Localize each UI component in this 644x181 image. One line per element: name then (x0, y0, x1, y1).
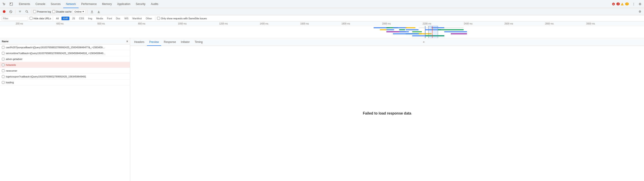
settings-icon[interactable]: ⚙ (637, 9, 643, 14)
throttle-select[interactable]: Online ▾ (73, 10, 86, 14)
cursor-icon[interactable] (1, 1, 7, 7)
table-row[interactable]: servicetime?callback=jQuery1910376588327… (0, 50, 130, 56)
hide-data-urls-checkbox[interactable] (30, 17, 32, 20)
devtools-tab-bar: Elements Console Sources Network Perform… (0, 0, 644, 8)
tab-network[interactable]: Network (63, 0, 78, 8)
tab-elements[interactable]: Elements (16, 0, 33, 8)
tab-response[interactable]: Response (162, 38, 178, 46)
inspect-icon[interactable] (8, 1, 14, 7)
network-toolbar: Preserve log Disable cache Online ▾ ⚙ (0, 8, 644, 15)
disable-cache-label[interactable]: Disable cache (52, 10, 72, 13)
filter-ws-button[interactable]: WS (123, 17, 130, 20)
svg-rect-0 (10, 3, 12, 6)
detail-close-button[interactable]: × (205, 39, 642, 45)
table-row[interactable]: card%20?jsonpcallback=jQuery191037658832… (0, 45, 130, 50)
filter-input[interactable] (1, 16, 28, 21)
detail-panel: Headers Preview Response Initiator Timin… (130, 38, 644, 181)
divider-1 (15, 10, 16, 14)
hide-data-urls-label[interactable]: Hide data URLs (30, 17, 51, 20)
table-row[interactable]: loading (0, 80, 130, 85)
tab-console[interactable]: Console (33, 0, 48, 8)
svg-point-6 (3, 10, 6, 13)
export-button[interactable] (96, 9, 102, 14)
request-name: servicetime?callback=jQuery1910376588327… (6, 52, 105, 55)
chevron-down-icon: ▾ (82, 10, 84, 13)
timeline-bar (406, 27, 415, 28)
table-row[interactable]: newcomer (0, 68, 130, 74)
record-button[interactable] (1, 9, 7, 14)
filter-toggle-button[interactable] (17, 9, 23, 14)
search-button[interactable] (24, 9, 30, 14)
svg-rect-1 (10, 3, 11, 4)
timeline-bar (393, 27, 407, 28)
filter-img-button[interactable]: Img (87, 17, 94, 20)
filter-css-button[interactable]: CSS (78, 17, 86, 20)
preserve-log-label[interactable]: Preserve log (33, 10, 51, 13)
svg-point-12 (26, 11, 28, 12)
warning-icon: ! (621, 3, 624, 6)
row-checkbox[interactable] (2, 81, 4, 84)
main-content: Name × card%20?jsonpcallback=jQuery19103… (0, 38, 644, 181)
filter-media-button[interactable]: Media (95, 17, 104, 20)
tab-audits[interactable]: Audits (148, 0, 161, 8)
filter-xhr-button[interactable]: XHR (62, 17, 69, 20)
svg-line-8 (10, 11, 12, 12)
error-badge-group: ✕ 2 ! 7 (612, 3, 629, 6)
row-checkbox[interactable] (2, 52, 4, 55)
filter-all-button[interactable]: All (55, 17, 60, 20)
row-checkbox[interactable] (2, 58, 4, 60)
timeline-bar (399, 29, 405, 30)
table-row[interactable]: adver-getadver (0, 56, 130, 62)
timeline-blue-line (425, 26, 426, 38)
requests-panel: Name × card%20?jsonpcallback=jQuery19103… (0, 38, 130, 181)
table-row[interactable]: isgetcoupon?callback=jQuery1910376588327… (0, 74, 130, 80)
samesite-checkbox[interactable] (157, 17, 160, 20)
timeline-bar (438, 29, 464, 30)
filter-manifest-button[interactable]: Manifest (131, 17, 143, 20)
requests-header: Name × (0, 38, 130, 45)
tab-initiator[interactable]: Initiator (178, 38, 192, 46)
failed-message: Failed to load response data (363, 111, 411, 115)
import-button[interactable] (89, 9, 95, 14)
tab-preview[interactable]: Preview (147, 38, 161, 46)
warning-count: 7 (625, 3, 629, 6)
name-column-header: Name (2, 40, 8, 43)
tab-application[interactable]: Application (114, 0, 133, 8)
tab-performance[interactable]: Performance (78, 0, 100, 8)
error-count: 2 (616, 3, 620, 6)
svg-text:!: ! (622, 3, 623, 6)
timeline-bar (406, 29, 418, 30)
detail-content-area: Failed to load response data (130, 46, 644, 181)
error-icon: ✕ (612, 3, 615, 6)
clear-button[interactable] (8, 9, 14, 14)
filter-other-button[interactable]: Other (144, 17, 154, 20)
timeline-ruler: 200 ms400 ms600 ms800 ms1000 ms1200 ms14… (0, 22, 644, 26)
timeline-area[interactable]: 200 ms400 ms600 ms800 ms1000 ms1200 ms14… (0, 22, 644, 38)
filter-font-button[interactable]: Font (106, 17, 113, 20)
tab-memory[interactable]: Memory (100, 0, 114, 8)
disable-cache-checkbox[interactable] (52, 10, 55, 13)
row-checkbox[interactable] (2, 46, 4, 49)
timeline-content (0, 26, 644, 38)
row-checkbox[interactable] (2, 64, 4, 66)
table-row[interactable]: hotwords (0, 62, 130, 68)
gear-icon[interactable]: ⚙ (637, 1, 643, 7)
tab-headers[interactable]: Headers (132, 38, 146, 46)
divider-2 (31, 10, 32, 14)
tab-security[interactable]: Security (133, 0, 148, 8)
timeline-selection[interactable] (428, 26, 438, 38)
more-options-icon[interactable]: ⋮ (630, 1, 637, 7)
preserve-log-checkbox[interactable] (33, 10, 36, 13)
row-checkbox[interactable] (2, 75, 4, 78)
row-checkbox[interactable] (2, 69, 4, 72)
tab-timing[interactable]: Timing (192, 38, 205, 46)
timeline-bar (399, 31, 409, 32)
timeline-bar (451, 33, 467, 34)
filter-js-button[interactable]: JS (71, 17, 76, 20)
tab-sources[interactable]: Sources (48, 0, 63, 8)
samesite-label[interactable]: Only show requests with SameSite issues (157, 17, 207, 20)
request-name: loading (6, 81, 14, 84)
close-detail-button[interactable]: × (126, 40, 128, 43)
filter-doc-button[interactable]: Doc (115, 17, 122, 20)
filter-toolbar: Hide data URLs All XHR JS CSS Img Media … (0, 15, 644, 22)
